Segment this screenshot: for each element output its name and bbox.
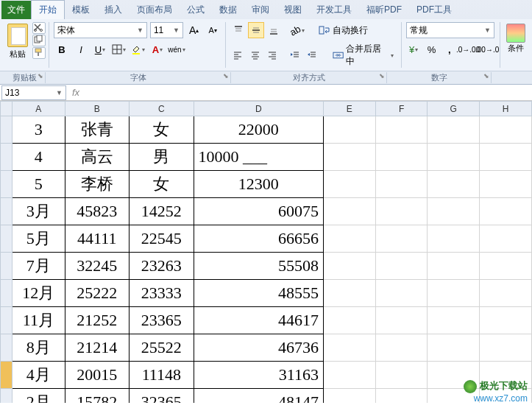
fx-icon[interactable]: fx: [68, 87, 84, 98]
percent-button[interactable]: %: [424, 41, 439, 57]
cell[interactable]: 44111: [65, 225, 130, 253]
align-top-button[interactable]: [230, 22, 247, 38]
cell[interactable]: [480, 225, 532, 253]
cell[interactable]: 10000 ___: [194, 144, 323, 171]
paste-button[interactable]: 粘贴: [6, 22, 29, 61]
cell[interactable]: 23263: [130, 253, 194, 280]
dialog-launcher-icon[interactable]: ⬊: [38, 72, 43, 80]
cell[interactable]: [428, 198, 480, 225]
dialog-launcher-icon[interactable]: ⬊: [223, 72, 229, 80]
cell[interactable]: 4: [13, 144, 65, 171]
col-header-A[interactable]: A: [13, 102, 65, 116]
tab-review[interactable]: 审阅: [244, 1, 277, 19]
worksheet-grid[interactable]: A B C D E F G H 3张青女220004高云男10000 ___5李…: [0, 101, 532, 403]
orientation-button[interactable]: ab▾: [289, 22, 305, 38]
decrease-font-button[interactable]: A▾: [205, 22, 220, 38]
cell[interactable]: 8月: [13, 334, 65, 362]
align-bottom-button[interactable]: [266, 22, 282, 38]
increase-decimal-button[interactable]: .0→.00: [460, 41, 476, 57]
cell[interactable]: [323, 307, 375, 334]
phonetic-button[interactable]: wén▾: [169, 41, 185, 57]
row-header[interactable]: [1, 144, 13, 171]
row-header[interactable]: [1, 171, 13, 198]
cell[interactable]: 3月: [13, 198, 65, 225]
cell[interactable]: [323, 280, 375, 307]
row-header[interactable]: [1, 389, 13, 404]
wrap-text-button[interactable]: 自动换行: [316, 23, 371, 38]
cell[interactable]: 60075: [194, 198, 323, 225]
cell[interactable]: [323, 144, 375, 171]
tab-formula[interactable]: 公式: [180, 1, 212, 19]
tab-data[interactable]: 数据: [212, 1, 244, 19]
cell[interactable]: [323, 171, 375, 198]
row-header[interactable]: [1, 253, 13, 280]
cell[interactable]: 44617: [194, 307, 323, 334]
row-header[interactable]: [1, 198, 13, 225]
tab-insert[interactable]: 插入: [97, 1, 130, 19]
cell[interactable]: [480, 334, 532, 362]
tab-dev[interactable]: 开发工具: [309, 1, 359, 19]
align-left-button[interactable]: [230, 47, 246, 63]
decrease-decimal-button[interactable]: .00→.0: [479, 41, 495, 57]
cell[interactable]: 15782: [65, 389, 130, 404]
bold-button[interactable]: B: [54, 41, 70, 57]
cell[interactable]: [480, 253, 532, 280]
cell[interactable]: [480, 198, 532, 225]
number-format-select[interactable]: 常规 ▼: [406, 22, 494, 38]
cell[interactable]: [323, 198, 375, 225]
cell[interactable]: [375, 144, 428, 171]
cell[interactable]: 女: [130, 116, 194, 144]
tab-start[interactable]: 开始: [31, 0, 65, 19]
col-header-B[interactable]: B: [65, 102, 130, 116]
cell[interactable]: [375, 334, 428, 362]
comma-button[interactable]: ,: [442, 41, 457, 57]
cell[interactable]: [428, 307, 480, 334]
cell[interactable]: 21252: [65, 307, 130, 334]
col-header-H[interactable]: H: [480, 102, 532, 116]
conditional-format-button[interactable]: 条件: [505, 22, 526, 55]
increase-font-button[interactable]: A▴: [186, 22, 202, 38]
cell[interactable]: [428, 116, 480, 144]
row-header[interactable]: [1, 280, 13, 307]
cell[interactable]: 20015: [65, 362, 130, 389]
align-center-button[interactable]: [247, 47, 263, 63]
cell[interactable]: 12月: [13, 280, 65, 307]
currency-button[interactable]: ¥▾: [406, 41, 421, 57]
cell[interactable]: 31163: [194, 362, 323, 389]
row-header[interactable]: [1, 362, 13, 389]
cell[interactable]: 李桥: [65, 171, 130, 198]
cell[interactable]: 3: [13, 116, 65, 144]
copy-button[interactable]: [32, 35, 46, 46]
underline-button[interactable]: U▾: [92, 41, 108, 57]
cell[interactable]: [480, 307, 532, 334]
tab-layout[interactable]: 页面布局: [130, 1, 180, 19]
cell[interactable]: 5: [13, 171, 65, 198]
cell[interactable]: [480, 280, 532, 307]
cell[interactable]: 25522: [130, 334, 194, 362]
cell[interactable]: [375, 198, 428, 225]
merge-center-button[interactable]: 合并后居中▾: [330, 41, 397, 69]
tab-file[interactable]: 文件: [1, 1, 31, 19]
cell[interactable]: [428, 225, 480, 253]
cell[interactable]: 7月: [13, 253, 65, 280]
cell[interactable]: 22000: [194, 116, 323, 144]
increase-indent-button[interactable]: [304, 47, 319, 63]
border-button[interactable]: ▾: [111, 41, 127, 57]
cell[interactable]: 46736: [194, 334, 323, 362]
cell[interactable]: [375, 307, 428, 334]
tab-pdf1[interactable]: 福昕PDF: [359, 1, 409, 19]
cell[interactable]: [428, 253, 480, 280]
font-color-button[interactable]: A▾: [149, 41, 166, 57]
cell[interactable]: 66656: [194, 225, 323, 253]
cell[interactable]: 23365: [130, 307, 194, 334]
cell[interactable]: [480, 144, 532, 171]
cell[interactable]: [428, 144, 480, 171]
cell[interactable]: [323, 362, 375, 389]
cell[interactable]: [375, 116, 428, 144]
cell[interactable]: [323, 225, 375, 253]
cell[interactable]: 48147: [194, 389, 323, 404]
cell[interactable]: 12300: [194, 171, 323, 198]
col-header-G[interactable]: G: [428, 102, 480, 116]
cell[interactable]: 女: [130, 171, 194, 198]
italic-button[interactable]: I: [73, 41, 89, 57]
